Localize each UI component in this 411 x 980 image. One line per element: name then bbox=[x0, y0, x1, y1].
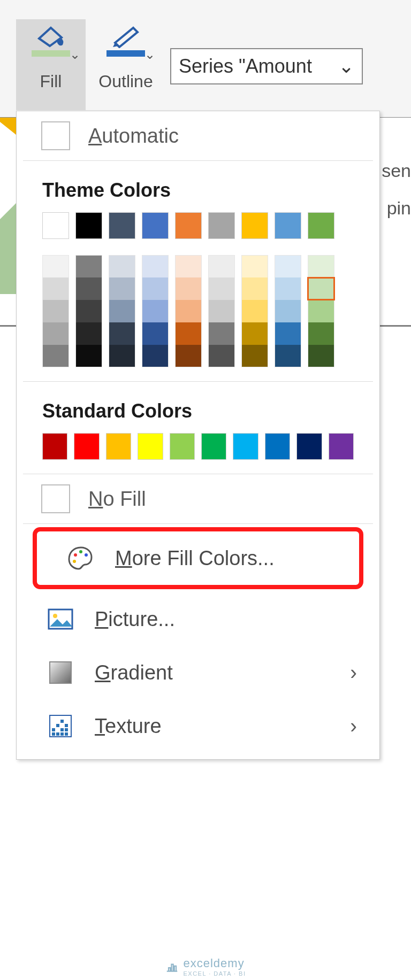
watermark: exceldemy EXCEL · DATA · BI bbox=[165, 956, 246, 977]
theme-tint-swatch[interactable] bbox=[109, 345, 135, 367]
theme-tint-swatch[interactable] bbox=[175, 277, 202, 300]
gradient-option[interactable]: Gradient › bbox=[17, 646, 379, 699]
theme-tint-swatch[interactable] bbox=[275, 300, 301, 322]
theme-color-swatch[interactable] bbox=[142, 212, 169, 239]
standard-color-swatch[interactable] bbox=[106, 433, 131, 460]
theme-tint-swatch[interactable] bbox=[142, 300, 169, 322]
theme-tint-swatch[interactable] bbox=[175, 300, 202, 322]
theme-tint-swatch[interactable] bbox=[208, 322, 235, 345]
fill-button[interactable]: ⌄ Fill bbox=[16, 19, 86, 110]
theme-tint-swatch[interactable] bbox=[241, 255, 268, 277]
theme-color-swatch[interactable] bbox=[208, 212, 235, 239]
theme-tint-swatch[interactable] bbox=[241, 345, 268, 367]
fill-bucket-icon bbox=[32, 25, 70, 57]
theme-tint-swatch[interactable] bbox=[175, 255, 202, 277]
standard-color-swatch[interactable] bbox=[296, 433, 322, 460]
standard-color-swatch[interactable] bbox=[170, 433, 195, 460]
theme-tint-swatch[interactable] bbox=[142, 345, 169, 367]
theme-color-swatch[interactable] bbox=[275, 212, 301, 239]
theme-tint-swatch[interactable] bbox=[308, 322, 334, 345]
picture-option[interactable]: Picture... bbox=[17, 592, 379, 646]
theme-tint-swatch[interactable] bbox=[208, 300, 235, 322]
theme-color-swatch[interactable] bbox=[109, 212, 135, 239]
theme-tint-swatch[interactable] bbox=[275, 277, 301, 300]
standard-color-swatch[interactable] bbox=[233, 433, 258, 460]
outline-pen-icon bbox=[106, 25, 145, 57]
theme-tint-swatch[interactable] bbox=[241, 300, 268, 322]
svg-rect-11 bbox=[52, 732, 55, 736]
palette-icon bbox=[67, 544, 95, 572]
theme-color-swatch[interactable] bbox=[241, 212, 268, 239]
fill-label: Fill bbox=[40, 72, 62, 91]
theme-tint-swatch[interactable] bbox=[308, 277, 334, 300]
automatic-swatch bbox=[41, 121, 70, 150]
theme-tint-swatch[interactable] bbox=[109, 322, 135, 345]
theme-tint-swatch[interactable] bbox=[75, 300, 102, 322]
automatic-option[interactable]: Automatic bbox=[17, 111, 379, 160]
theme-tint-swatch[interactable] bbox=[42, 255, 69, 277]
watermark-icon bbox=[165, 960, 179, 974]
svg-point-1 bbox=[79, 550, 82, 553]
svg-rect-9 bbox=[56, 724, 59, 727]
theme-color-swatch[interactable] bbox=[75, 212, 102, 239]
theme-tint-swatch[interactable] bbox=[42, 300, 69, 322]
picture-label: Picture... bbox=[95, 608, 175, 631]
svg-point-0 bbox=[74, 553, 77, 557]
theme-tint-swatch[interactable] bbox=[109, 277, 135, 300]
standard-color-swatch[interactable] bbox=[201, 433, 226, 460]
theme-tint-swatch[interactable] bbox=[75, 345, 102, 367]
chevron-right-icon: › bbox=[350, 661, 357, 684]
standard-color-swatch[interactable] bbox=[138, 433, 163, 460]
no-fill-label: No Fill bbox=[88, 488, 146, 511]
more-fill-colors-label: More Fill Colors... bbox=[115, 547, 275, 570]
theme-color-swatch[interactable] bbox=[308, 212, 334, 239]
chart-element-select[interactable]: Series "Amount ⌄ bbox=[170, 48, 363, 84]
standard-color-swatch[interactable] bbox=[329, 433, 354, 460]
chevron-down-icon: ⌄ bbox=[144, 47, 155, 62]
theme-tint-swatch[interactable] bbox=[109, 255, 135, 277]
theme-tint-swatch[interactable] bbox=[42, 322, 69, 345]
theme-tint-swatch[interactable] bbox=[175, 322, 202, 345]
svg-rect-15 bbox=[60, 732, 64, 736]
theme-tint-swatch[interactable] bbox=[42, 345, 69, 367]
theme-color-swatch[interactable] bbox=[175, 212, 202, 239]
theme-tint-swatch[interactable] bbox=[142, 322, 169, 345]
texture-option[interactable]: Texture › bbox=[17, 699, 379, 753]
theme-tint-swatch[interactable] bbox=[175, 345, 202, 367]
standard-color-swatch[interactable] bbox=[265, 433, 290, 460]
theme-tint-swatch[interactable] bbox=[75, 277, 102, 300]
theme-tint-swatch[interactable] bbox=[109, 300, 135, 322]
theme-tint-swatch[interactable] bbox=[142, 255, 169, 277]
texture-label: Texture bbox=[95, 715, 162, 738]
theme-tint-swatch[interactable] bbox=[241, 277, 268, 300]
theme-tint-swatch[interactable] bbox=[42, 277, 69, 300]
theme-tint-swatch[interactable] bbox=[275, 322, 301, 345]
more-fill-colors-option[interactable]: More Fill Colors... bbox=[37, 531, 359, 585]
no-fill-option[interactable]: No Fill bbox=[17, 474, 379, 523]
theme-tint-swatch[interactable] bbox=[75, 255, 102, 277]
theme-tint-swatch[interactable] bbox=[308, 345, 334, 367]
outline-button[interactable]: ⌄ Outline bbox=[91, 19, 161, 110]
standard-color-swatch[interactable] bbox=[74, 433, 99, 460]
svg-rect-12 bbox=[56, 732, 59, 736]
theme-color-swatch[interactable] bbox=[42, 212, 69, 239]
theme-tint-swatch[interactable] bbox=[275, 345, 301, 367]
gradient-icon bbox=[47, 659, 74, 686]
standard-color-swatch[interactable] bbox=[42, 433, 67, 460]
svg-rect-16 bbox=[65, 732, 68, 736]
theme-tint-swatch[interactable] bbox=[308, 255, 334, 277]
svg-rect-6 bbox=[50, 662, 71, 683]
theme-tint-swatch[interactable] bbox=[142, 277, 169, 300]
theme-tint-swatch[interactable] bbox=[208, 277, 235, 300]
chart-element-value: Series "Amount bbox=[179, 55, 312, 78]
svg-rect-10 bbox=[60, 720, 64, 723]
theme-tint-swatch[interactable] bbox=[241, 322, 268, 345]
theme-tint-swatch[interactable] bbox=[75, 322, 102, 345]
theme-tint-swatch[interactable] bbox=[208, 255, 235, 277]
svg-rect-8 bbox=[52, 728, 55, 731]
standard-colors-title: Standard Colors bbox=[17, 382, 379, 433]
theme-tint-swatch[interactable] bbox=[275, 255, 301, 277]
theme-tint-swatch[interactable] bbox=[308, 300, 334, 322]
gradient-label: Gradient bbox=[95, 661, 173, 684]
theme-tint-swatch[interactable] bbox=[208, 345, 235, 367]
